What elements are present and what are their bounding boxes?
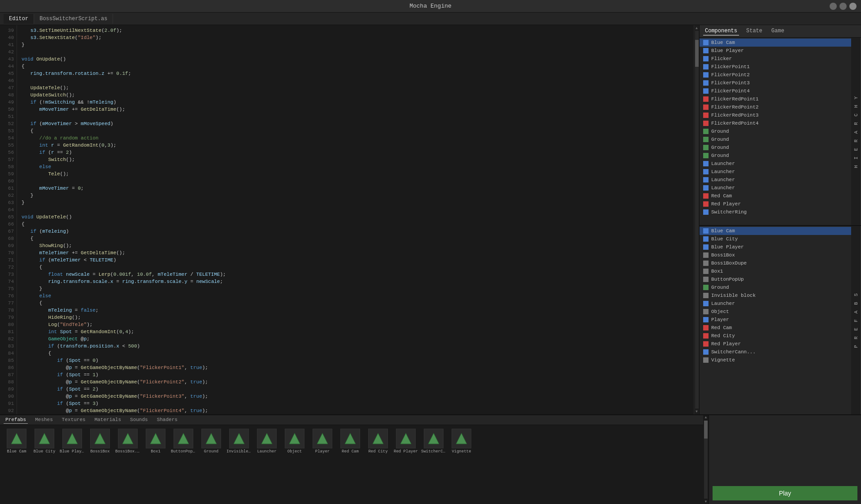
asset-tab-materials[interactable]: Materials xyxy=(93,416,123,424)
asset-tab-meshes[interactable]: Meshes xyxy=(33,416,55,424)
prefab-item-label: Red City xyxy=(711,333,735,339)
hierarchy-item[interactable]: Flicker xyxy=(700,55,851,63)
asset-item[interactable]: Red Player xyxy=(393,429,419,500)
hierarchy-item[interactable]: Ground xyxy=(700,127,851,135)
asset-item[interactable]: Object xyxy=(282,429,308,500)
prefab-item[interactable]: Box1 xyxy=(700,267,851,275)
scroll-down[interactable]: ▼ xyxy=(704,500,708,504)
prefab-item[interactable]: Launcher xyxy=(700,300,851,308)
hier-item-icon xyxy=(703,88,709,94)
hierarchy-item[interactable]: Launcher xyxy=(700,176,851,184)
asset-item[interactable]: ButtonPopUp xyxy=(170,429,196,500)
tab-state[interactable]: State xyxy=(744,27,764,35)
hier-item-label: FlickerPoint4 xyxy=(711,88,750,94)
svg-marker-10 xyxy=(289,433,300,444)
asset-item[interactable]: Blue Cam xyxy=(4,429,30,500)
asset-item[interactable]: Blue Player xyxy=(59,429,85,500)
asset-icon xyxy=(313,429,332,448)
asset-tab-shaders[interactable]: Shaders xyxy=(155,416,179,424)
hier-item-icon xyxy=(703,145,709,150)
hierarchy-item[interactable]: FlickerPoint2 xyxy=(700,71,851,79)
scroll-down-arrow[interactable]: ▼ xyxy=(694,408,700,414)
prefab-item[interactable]: Boss1Box xyxy=(700,251,851,259)
hierarchy-item[interactable]: FlickerPoint1 xyxy=(700,63,851,71)
asset-item[interactable]: Boss1Box... xyxy=(115,429,141,500)
hierarchy-item[interactable]: FlickerRedPoint4 xyxy=(700,119,851,127)
hierarchy-item[interactable]: FlickerPoint4 xyxy=(700,87,851,95)
prefab-item[interactable]: ButtonPopUp xyxy=(700,275,851,283)
hierarchy-item[interactable]: Blue Cam xyxy=(700,39,851,47)
asset-item[interactable]: Blue City xyxy=(31,429,57,500)
hier-item-label: Ground xyxy=(711,129,729,134)
minimize-button[interactable] xyxy=(830,3,837,10)
asset-item[interactable]: Player xyxy=(309,429,335,500)
asset-label: Ground xyxy=(204,449,218,454)
vertical-scrollbar[interactable]: ▲ ▼ xyxy=(694,25,699,414)
scroll-up[interactable]: ▲ xyxy=(704,415,708,420)
asset-icon xyxy=(340,429,360,448)
asset-item[interactable]: Ground xyxy=(198,429,224,500)
hier-item-label: Launcher xyxy=(711,169,735,174)
hierarchy-item[interactable]: Ground xyxy=(700,135,851,143)
prefab-item[interactable]: Blue Cam xyxy=(700,227,851,235)
prefab-item-label: Ground xyxy=(711,285,729,290)
asset-item[interactable]: SwitcherC... xyxy=(421,429,447,500)
svg-marker-1 xyxy=(39,433,50,444)
tab-editor[interactable]: Editor xyxy=(4,14,34,24)
prefab-item[interactable]: Ground xyxy=(700,283,851,291)
tab-script[interactable]: BossSwitcherScript.as xyxy=(34,14,113,24)
prefab-item[interactable]: SwitcherCann... xyxy=(700,348,851,356)
prefab-item[interactable]: Blue Player xyxy=(700,243,851,251)
scroll-track[interactable] xyxy=(695,31,699,408)
code-area[interactable]: s3.SetTimeUntilNextState(2.0f); s3.SetNe… xyxy=(17,25,694,414)
prefab-item[interactable]: Object xyxy=(700,308,851,316)
tab-game[interactable]: Game xyxy=(770,27,786,35)
prefab-item[interactable]: Red Player xyxy=(700,340,851,348)
hierarchy-item[interactable]: Red Player xyxy=(700,200,851,208)
hierarchy-item[interactable]: FlickerRedPoint3 xyxy=(700,111,851,119)
prefab-item[interactable]: Invisible block xyxy=(700,291,851,300)
asset-tab-textures[interactable]: Textures xyxy=(60,416,87,424)
hier-item-label: FlickerPoint3 xyxy=(711,80,750,86)
hierarchy-item[interactable]: Launcher xyxy=(700,184,851,192)
asset-item[interactable]: Invisible ... xyxy=(226,429,252,500)
hierarchy-item[interactable]: FlickerPoint3 xyxy=(700,79,851,87)
asset-item[interactable]: Box1 xyxy=(143,429,169,500)
hierarchy-item[interactable]: FlickerRedPoint1 xyxy=(700,95,851,103)
prefab-item[interactable]: Blue City xyxy=(700,235,851,243)
prefab-item[interactable]: Red City xyxy=(700,332,851,340)
scroll-up-arrow[interactable]: ▲ xyxy=(694,25,700,31)
hierarchy-item[interactable]: Red Cam xyxy=(700,192,851,200)
asset-tab-prefabs[interactable]: Prefabs xyxy=(4,416,28,424)
asset-item[interactable]: Boss1Box xyxy=(87,429,113,500)
play-button[interactable]: Play xyxy=(713,486,857,500)
asset-item[interactable]: Red Cam xyxy=(337,429,363,500)
prefab-item-label: Launcher xyxy=(711,301,735,306)
tab-components[interactable]: Components xyxy=(703,27,739,35)
hierarchy-item[interactable]: Ground xyxy=(700,143,851,152)
asset-tab-sounds[interactable]: Sounds xyxy=(128,416,150,424)
hier-item-icon xyxy=(703,113,709,118)
asset-item[interactable]: Red City xyxy=(365,429,391,500)
close-button[interactable] xyxy=(849,3,857,10)
hierarchy-item[interactable]: SwitcherRing xyxy=(700,208,851,216)
hierarchy-item[interactable]: FlickerRedPoint2 xyxy=(700,103,851,111)
bottom-scrollbar[interactable]: ▲ ▼ xyxy=(703,415,709,504)
asset-icon xyxy=(35,429,54,448)
scroll-thumb[interactable] xyxy=(695,40,699,67)
hierarchy-item[interactable]: Launcher xyxy=(700,168,851,176)
prefab-item[interactable]: Red Cam xyxy=(700,324,851,332)
scroll-track-v[interactable] xyxy=(704,421,708,499)
prefab-item[interactable]: Player xyxy=(700,316,851,324)
hierarchy-item[interactable]: Launcher xyxy=(700,160,851,168)
prefab-item[interactable]: Boss1BoxDupe xyxy=(700,259,851,267)
asset-item[interactable]: Launcher xyxy=(254,429,280,500)
hierarchy-item[interactable]: Blue Player xyxy=(700,47,851,55)
scroll-thumb-v[interactable] xyxy=(704,421,708,439)
maximize-button[interactable] xyxy=(839,3,847,10)
prefab-item-label: SwitcherCann... xyxy=(711,349,756,355)
asset-item[interactable]: Vignette xyxy=(448,429,474,500)
prefab-item[interactable]: Vignette xyxy=(700,356,851,364)
hierarchy-item[interactable]: Ground xyxy=(700,152,851,160)
prefab-item-label: Blue Player xyxy=(711,244,744,250)
